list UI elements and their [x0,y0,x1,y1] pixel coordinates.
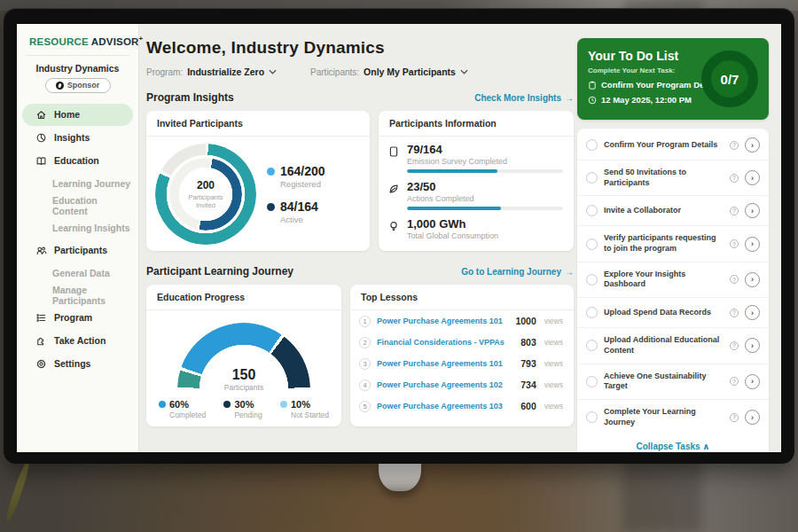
check-more-insights-link[interactable]: Check More Insights → [474,93,574,103]
invited-participants-donut: 200 Participants Invited [155,144,256,245]
sidebar-item-label: Insights [54,132,90,143]
sidebar-item-learning-journey[interactable]: Learning Journey [22,173,133,194]
legend-dot [223,401,231,408]
go-to-learning-journey-link[interactable]: Go to Learning Journey → [461,267,574,277]
sponsor-label: Sponsor [67,81,100,90]
sidebar-item-insights[interactable]: Insights [22,127,133,149]
task-checkbox[interactable] [586,376,598,387]
task-invite-a-collaborator[interactable]: Invite a Collaborator?› [577,196,769,226]
collapse-tasks-link[interactable]: Collapse Tasks ∧ [577,434,769,452]
insights-icon [35,132,47,144]
chevron-right-button[interactable]: › [745,374,760,389]
sidebar-item-home[interactable]: Home [22,104,133,126]
program-value: Industrialize Zero [187,66,264,77]
sidebar-item-take-action[interactable]: Take Action [22,330,133,352]
task-checkbox[interactable] [586,139,598,151]
sidebar-item-label: Take Action [54,335,106,346]
sponsor-icon [56,82,64,90]
lesson-link[interactable]: Power Purchase Agreements 101 [377,317,509,325]
info-icon[interactable]: ? [730,174,739,183]
chevron-right-button[interactable]: › [745,338,760,353]
lesson-views: 734 [520,379,536,390]
task-checkbox[interactable] [586,411,598,423]
page-title: Welcome, Industry Dynamics [146,38,574,58]
collapse-label: Collapse Tasks [637,442,700,451]
lesson-link[interactable]: Power Purchase Agreements 101 [377,359,514,368]
info-icon[interactable]: ? [730,413,739,422]
task-checkbox[interactable] [586,340,598,351]
todo-column: Your To Do List Complete Your Next Task:… [577,24,769,452]
task-checkbox[interactable] [586,274,598,286]
gauge-center-label: Participants [177,383,310,392]
lesson-row: 3Power Purchase Agreements 101793views [350,353,574,374]
sidebar-item-label: Program [54,312,92,323]
chevron-right-button[interactable]: › [745,137,760,153]
sidebar-item-learning-insights[interactable]: Learning Insights [22,217,133,239]
legend-dot [280,401,287,408]
task-checkbox[interactable] [586,239,598,250]
sidebar-item-program[interactable]: Program [22,307,133,329]
chevron-right-button[interactable]: › [745,237,760,252]
info-icon[interactable]: ? [730,275,739,284]
sidebar-item-education[interactable]: Education [22,150,133,172]
participants-value: Only My Participants [364,66,456,77]
learning-cards-row: Education Progress 150 Participants 60%C… [146,285,574,426]
sidebar-item-general-data[interactable]: General Data [22,262,133,284]
lesson-link[interactable]: Financial Considerations - VPPAs [377,338,514,347]
info-icon[interactable]: ? [730,309,739,317]
info-icon[interactable]: ? [730,341,739,350]
task-upload-additional-educational-content[interactable]: Upload Additional Educational Content?› [577,328,769,364]
task-checkbox[interactable] [586,172,598,184]
sidebar-item-manage-participants[interactable]: Manage Participants [22,285,133,306]
program-label: Program: [146,67,183,77]
task-upload-spend-data-records[interactable]: Upload Spend Data Records?› [577,298,769,328]
chevron-right-button[interactable]: › [745,272,760,287]
task-achieve-one-sustainability-target[interactable]: Achieve One Sustainability Target?› [577,364,769,400]
task-send-50-invitations-to-participants[interactable]: Send 50 Invitations to Participants?› [577,160,769,196]
stat-main: 79/164Emission Survey Completed [407,143,563,173]
participants-select[interactable]: Participants: Only My Participants [310,66,468,77]
lesson-row: 4Power Purchase Agreements 102734views [350,374,574,395]
brand-advisor: ADVISOR [91,36,139,47]
legend-value: 164/200 [280,164,325,178]
task-explore-your-insights-dashboard[interactable]: Explore Your Insights Dashboard?› [577,262,769,298]
participants-icon [35,245,47,256]
lesson-link[interactable]: Power Purchase Agreements 102 [377,380,514,389]
todo-task-list-card: Confirm Your Program Details?›Send 50 In… [577,129,769,452]
stat-progress-fill [407,169,497,173]
chevron-down-icon [460,69,468,74]
sidebar-item-participants[interactable]: Participants [22,239,133,262]
lesson-link[interactable]: Power Purchase Agreements 103 [377,402,514,411]
lesson-views: 803 [520,337,536,348]
task-confirm-your-program-details[interactable]: Confirm Your Program Details?› [577,130,769,160]
info-icon[interactable]: ? [730,377,739,386]
chevron-right-button[interactable]: › [745,170,760,185]
task-label: Upload Spend Data Records [604,308,724,318]
task-checkbox[interactable] [586,205,598,216]
sidebar-item-label: Education [54,155,99,166]
chevron-right-button[interactable]: › [745,410,760,425]
program-icon [35,312,47,324]
sponsor-badge[interactable]: Sponsor [45,78,111,93]
info-icon[interactable]: ? [730,141,739,150]
lesson-rank: 2 [359,337,371,348]
program-select[interactable]: Program: Industrialize Zero [146,66,277,77]
sidebar-item-education-content[interactable]: Education Content [22,195,133,216]
legend-top: 164/200 [267,164,325,178]
info-icon[interactable]: ? [730,207,739,215]
sidebar-item-label: Learning Journey [52,178,130,189]
task-checkbox[interactable] [586,307,598,318]
card-title: Top Lessons [350,285,574,310]
info-icon[interactable]: ? [730,239,739,248]
task-complete-your-learning-journey[interactable]: Complete Your Learning Journey?› [577,400,769,434]
stat-progress-bar [407,207,563,210]
chevron-right-button[interactable]: › [745,203,760,218]
stat-value: 79/164 [407,143,563,156]
sidebar-item-settings[interactable]: Settings [22,353,133,375]
clipboard-icon [588,81,597,90]
task-label: Verify participants requesting to join t… [604,233,724,254]
chevron-right-button[interactable]: › [745,305,760,320]
stat-progress-fill [407,207,501,210]
stat-label: Actions Completed [407,194,563,203]
task-verify-participants-requesting-to-join-the-program[interactable]: Verify participants requesting to join t… [577,226,769,262]
